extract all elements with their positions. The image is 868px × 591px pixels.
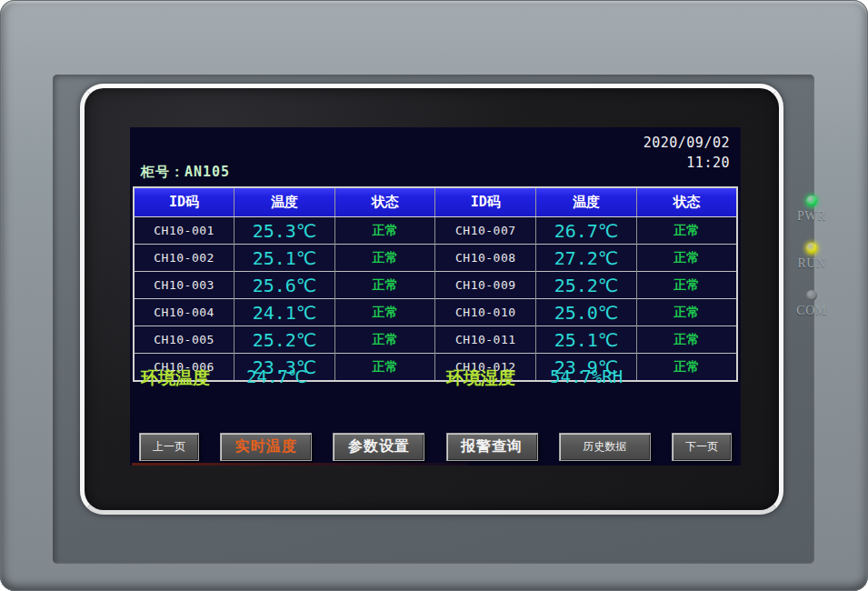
cell-temperature: 27.2℃ [536,245,637,272]
column-header: 状态 [636,187,737,217]
realtime-temp-button[interactable]: 实时温度 [220,433,312,461]
column-header: 温度 [234,187,335,217]
history-data-button[interactable]: 历史数据 [559,433,651,461]
pwr-led-label: PWR [788,209,835,224]
cell-temperature: 25.3℃ [234,217,335,245]
ambient-temp-label: 环境温度 [141,366,210,390]
cell-status: 正常 [334,272,435,299]
column-header: 状态 [334,187,435,217]
cell-channel-id: CH10-007 [435,217,536,245]
datetime-display: 2020/09/02 11:20 [644,133,730,173]
cell-temperature: 25.2℃ [234,326,335,354]
lcd-display: 2020/09/02 11:20 柜号：AN105 ID码温度状态ID码温度状态… [130,127,741,466]
cell-status: 正常 [636,217,737,245]
cell-channel-id: CH10-001 [134,217,234,245]
cell-temperature: 24.1℃ [234,299,335,326]
column-header: 温度 [536,187,637,217]
ambient-humidity-value: 54.7%RH [550,366,623,386]
table-row: CH10-00525.2℃正常CH10-01125.1℃正常 [134,326,737,354]
cell-channel-id: CH10-011 [435,326,536,354]
table-row: CH10-00225.1℃正常CH10-00827.2℃正常 [134,245,737,272]
cell-temperature: 25.1℃ [234,245,335,272]
led-group-run: RUN [788,243,835,271]
cell-channel-id: CH10-009 [435,272,536,299]
next-page-button[interactable]: 下一页 [672,433,732,461]
cell-status: 正常 [334,299,435,326]
temperature-table: ID码温度状态ID码温度状态 CH10-00125.3℃正常CH10-00726… [133,186,738,382]
cell-channel-id: CH10-005 [134,326,234,354]
led-group-pwr: PWR [788,195,835,224]
cell-channel-id: CH10-003 [134,272,234,299]
cell-status: 正常 [334,245,435,272]
run-led-icon [806,243,817,254]
cell-temperature: 25.1℃ [536,326,637,354]
cell-channel-id: CH10-008 [435,245,536,272]
cell-status: 正常 [636,245,737,272]
ambient-temp-value: 24.7℃ [246,366,307,386]
com-led-icon [806,290,817,301]
table-row: CH10-00424.1℃正常CH10-01025.0℃正常 [134,299,737,326]
cabinet-id-label: 柜号： [141,164,185,180]
prev-page-button[interactable]: 上一页 [139,433,199,461]
column-header: ID码 [435,187,536,217]
cell-temperature: 25.6℃ [234,272,335,299]
cell-status: 正常 [334,217,435,245]
date-display: 2020/09/02 [644,133,730,153]
cabinet-id-value: AN105 [185,164,230,180]
cell-channel-id: CH10-004 [134,299,234,326]
cell-temperature: 25.0℃ [536,299,637,326]
cell-channel-id: CH10-010 [435,299,536,326]
param-settings-button[interactable]: 参数设置 [333,433,424,461]
cell-channel-id: CH10-002 [134,245,234,272]
ambient-readings: 环境温度 24.7℃ 环境湿度 54.7%RH [130,366,741,390]
alarm-query-button[interactable]: 报警查询 [446,433,538,461]
cell-status: 正常 [334,326,435,354]
navigation-button-row: 上一页实时温度参数设置报警查询历史数据下一页 [139,433,732,461]
cabinet-id: 柜号：AN105 [141,164,230,181]
com-led-label: COM [788,304,835,318]
table-row: CH10-00325.6℃正常CH10-00925.2℃正常 [134,272,737,299]
cell-temperature: 25.2℃ [536,272,637,299]
column-header: ID码 [134,187,234,217]
table-row: CH10-00125.3℃正常CH10-00726.7℃正常 [134,217,737,245]
time-display: 11:20 [644,153,730,173]
ambient-humidity-label: 环境湿度 [446,366,515,390]
cell-status: 正常 [636,272,737,299]
pwr-led-icon [806,195,817,206]
hmi-device: 2020/09/02 11:20 柜号：AN105 ID码温度状态ID码温度状态… [0,0,868,591]
cell-status: 正常 [636,326,737,354]
table-header-row: ID码温度状态ID码温度状态 [134,187,737,217]
led-group-com: COM [788,290,835,318]
run-led-label: RUN [788,256,835,271]
cell-status: 正常 [636,299,737,326]
cell-temperature: 26.7℃ [536,217,637,245]
led-indicators: PWRRUNCOM [788,195,835,337]
